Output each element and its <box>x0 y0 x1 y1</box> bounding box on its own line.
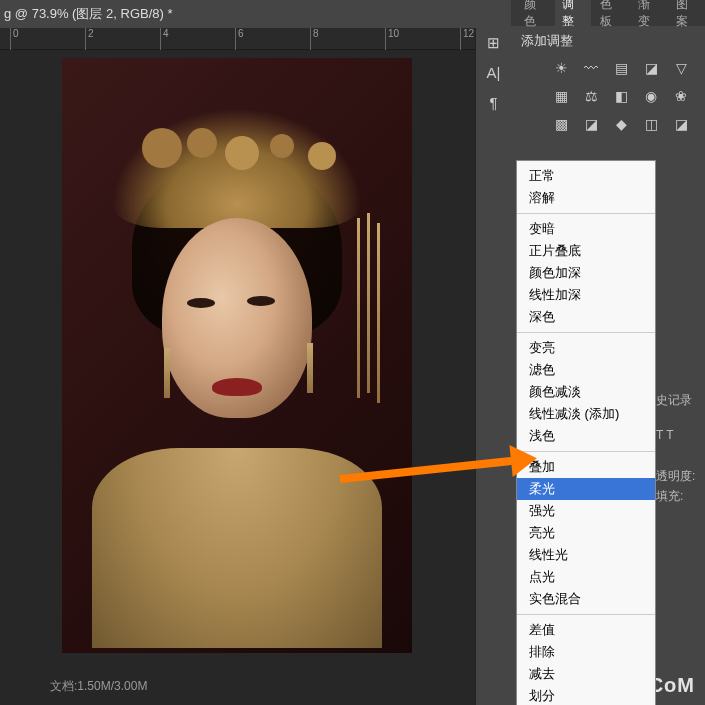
opacity-label: 透明度: <box>656 468 695 485</box>
photo-filter-icon[interactable]: ◉ <box>641 88 661 106</box>
blend-mode-item[interactable]: 颜色减淡 <box>517 381 655 403</box>
history-label: 史记录 <box>656 392 692 409</box>
paragraph-panel-icon[interactable]: ¶ <box>483 94 505 112</box>
blend-mode-item[interactable]: 深色 <box>517 306 655 328</box>
posterize-icon[interactable]: ◆ <box>611 116 631 134</box>
blend-mode-item[interactable]: 柔光 <box>517 478 655 500</box>
blend-mode-item[interactable]: 线性减淡 (添加) <box>517 403 655 425</box>
hue-icon[interactable]: ▦ <box>551 88 571 106</box>
lookup-icon[interactable]: ▩ <box>551 116 571 134</box>
blend-mode-item[interactable]: 颜色加深 <box>517 262 655 284</box>
invert-icon[interactable]: ◪ <box>581 116 601 134</box>
levels-icon[interactable]: 〰 <box>581 60 601 78</box>
horizontal-ruler: 0 2 4 6 8 10 12 <box>0 28 475 50</box>
brightness-icon[interactable]: ☀ <box>551 60 571 78</box>
blend-mode-item[interactable]: 变暗 <box>517 218 655 240</box>
blend-mode-item[interactable]: 强光 <box>517 500 655 522</box>
bw-icon[interactable]: ◧ <box>611 88 631 106</box>
blend-mode-item[interactable]: 线性加深 <box>517 284 655 306</box>
blend-mode-dropdown[interactable]: 正常溶解变暗正片叠底颜色加深线性加深深色变亮滤色颜色减淡线性减淡 (添加)浅色叠… <box>516 160 656 705</box>
blend-mode-item[interactable]: 排除 <box>517 641 655 663</box>
blend-mode-item[interactable]: 亮光 <box>517 522 655 544</box>
status-bar: 文档:1.50M/3.00M <box>50 678 147 695</box>
channel-mixer-icon[interactable]: ❀ <box>671 88 691 106</box>
blend-mode-item[interactable]: 减去 <box>517 663 655 685</box>
blend-mode-item[interactable]: 正常 <box>517 165 655 187</box>
curves-icon[interactable]: ▤ <box>611 60 631 78</box>
blend-mode-item[interactable]: 划分 <box>517 685 655 705</box>
blend-mode-item[interactable]: 实色混合 <box>517 588 655 610</box>
blend-mode-item[interactable]: 差值 <box>517 619 655 641</box>
text-panel-icon[interactable]: A| <box>483 64 505 82</box>
type-tools-label: T T <box>656 428 674 442</box>
threshold-icon[interactable]: ◫ <box>641 116 661 134</box>
tab-swatches[interactable]: 色板 <box>593 0 629 34</box>
tab-gradients[interactable]: 渐变 <box>631 0 667 34</box>
panel-tabs: 颜色 调整 色板 渐变 图案 <box>511 0 705 26</box>
adjustment-icon-grid: ☀ 〰 ▤ ◪ ▽ ▦ ⚖ ◧ ◉ ❀ ▩ ◪ ◆ ◫ ◪ <box>511 56 705 142</box>
blend-mode-item[interactable]: 滤色 <box>517 359 655 381</box>
blend-mode-item[interactable]: 浅色 <box>517 425 655 447</box>
vibrance-icon[interactable]: ▽ <box>671 60 691 78</box>
blend-mode-item[interactable]: 溶解 <box>517 187 655 209</box>
tab-color[interactable]: 颜色 <box>517 0 553 34</box>
panel-toggle-icon[interactable]: ⊞ <box>483 34 505 52</box>
blend-mode-item[interactable]: 线性光 <box>517 544 655 566</box>
blend-mode-item[interactable]: 正片叠底 <box>517 240 655 262</box>
tab-patterns[interactable]: 图案 <box>669 0 705 34</box>
exposure-icon[interactable]: ◪ <box>641 60 661 78</box>
blend-mode-item[interactable]: 变亮 <box>517 337 655 359</box>
document-image <box>62 58 412 653</box>
blend-mode-item[interactable]: 点光 <box>517 566 655 588</box>
balance-icon[interactable]: ⚖ <box>581 88 601 106</box>
collapsed-panel-strip: ⊞ A| ¶ <box>475 28 511 705</box>
canvas-area[interactable]: 文档:1.50M/3.00M <box>0 50 475 705</box>
gradient-map-icon[interactable]: ◪ <box>671 116 691 134</box>
fill-label: 填充: <box>656 488 683 505</box>
tab-adjustments[interactable]: 调整 <box>555 0 591 34</box>
